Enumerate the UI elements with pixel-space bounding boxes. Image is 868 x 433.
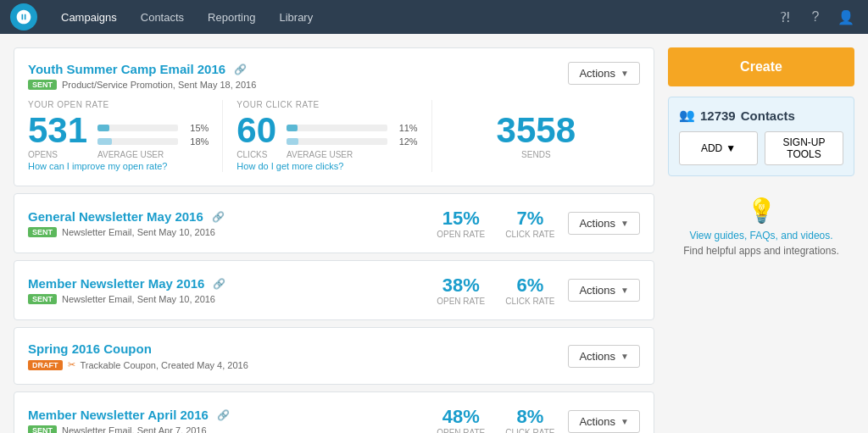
- link-icon: 🔗: [212, 211, 225, 223]
- signup-tools-button[interactable]: SIGN-UP TOOLS: [765, 131, 843, 165]
- your-open-rate-pct: 15%: [183, 123, 209, 133]
- card-info: Member Newsletter May 2016 🔗 SENT Newsle…: [28, 276, 437, 304]
- help-link[interactable]: View guides, FAQs, and videos.: [678, 230, 844, 241]
- opens-count: 531: [28, 113, 87, 148]
- nav-links: Campaigns Contacts Reporting Library: [51, 6, 773, 29]
- your-open-rate-bar: 15%: [97, 123, 209, 133]
- chevron-down-icon: ▼: [726, 142, 736, 154]
- your-click-rate-bar: 11%: [287, 123, 418, 133]
- bar-fill: [97, 125, 109, 131]
- card-info: Spring 2016 Coupon DRAFT ✂ Trackable Cou…: [28, 341, 568, 370]
- status-badge: SENT: [28, 80, 57, 90]
- bar-fill: [287, 125, 298, 131]
- chevron-down-icon: ▼: [620, 286, 629, 295]
- actions-button[interactable]: Actions ▼: [568, 410, 640, 433]
- status-badge: SENT: [28, 425, 57, 433]
- click-rate-stat: 7% CLICK RATE: [505, 208, 554, 239]
- avg-click-rate-bar: 12%: [287, 136, 418, 147]
- actions-label: Actions: [579, 284, 615, 297]
- clicks-count: 60: [236, 113, 276, 148]
- avg-user-open-label: AVERAGE USER: [97, 150, 209, 159]
- sends-label: SENDS: [521, 150, 550, 159]
- nav-library[interactable]: Library: [269, 6, 323, 29]
- campaign-card-member-newsletter-may: Member Newsletter May 2016 🔗 SENT Newsle…: [14, 260, 654, 320]
- help-box: 💡 View guides, FAQs, and videos. Find he…: [668, 186, 854, 267]
- campaign-card-spring-coupon: Spring 2016 Coupon DRAFT ✂ Trackable Cou…: [14, 327, 654, 385]
- create-button[interactable]: Create: [668, 47, 854, 86]
- campaign-card-member-newsletter-april: Member Newsletter April 2016 🔗 SENT News…: [14, 391, 654, 433]
- campaign-title[interactable]: Youth Summer Camp Email 2016: [28, 62, 225, 76]
- campaign-title[interactable]: Spring 2016 Coupon: [28, 341, 152, 356]
- your-click-rate-pct: 11%: [392, 123, 418, 133]
- coupon-icon: ✂: [68, 359, 75, 370]
- status-badge: SENT: [28, 227, 57, 237]
- open-rate-stat: 15% OPEN RATE: [437, 208, 485, 239]
- help-icon[interactable]: ?: [804, 5, 827, 29]
- add-contacts-button[interactable]: ADD ▼: [679, 131, 758, 165]
- card-row: Member Newsletter April 2016 🔗 SENT News…: [28, 406, 640, 433]
- actions-button[interactable]: Actions ▼: [568, 62, 640, 85]
- card-meta: SENT Newsletter Email, Sent May 10, 2016: [28, 294, 437, 304]
- click-rate-value: 8%: [505, 406, 554, 428]
- link-icon: 🔗: [213, 278, 225, 290]
- card-header: Youth Summer Camp Email 2016 🔗 SENT Prod…: [28, 62, 640, 90]
- nav-reporting[interactable]: Reporting: [198, 6, 265, 29]
- nav-campaigns[interactable]: Campaigns: [51, 6, 127, 29]
- click-rate-link[interactable]: How do I get more clicks?: [236, 161, 343, 171]
- clicks-section: YOUR CLICK RATE 60 CLICKS 11%: [223, 100, 431, 172]
- card-row: General Newsletter May 2016 🔗 SENT Newsl…: [28, 208, 640, 239]
- campaign-card-general-newsletter-may: General Newsletter May 2016 🔗 SENT Newsl…: [14, 193, 654, 253]
- bar-track: [287, 138, 387, 145]
- actions-label: Actions: [579, 350, 615, 363]
- click-rate-value: 7%: [505, 208, 554, 230]
- actions-button[interactable]: Actions ▼: [568, 345, 640, 368]
- contacts-actions: ADD ▼ SIGN-UP TOOLS: [679, 131, 843, 165]
- bar-track: [97, 138, 178, 145]
- actions-button[interactable]: Actions ▼: [568, 279, 640, 302]
- link-icon: 🔗: [217, 409, 230, 421]
- sends-section: 3558 SENDS: [432, 100, 640, 172]
- status-badge: DRAFT: [28, 360, 63, 370]
- navbar: Campaigns Contacts Reporting Library ⁈ ?…: [0, 0, 868, 34]
- card-meta: SENT Product/Service Promotion, Sent May…: [28, 80, 256, 90]
- campaign-title[interactable]: Member Newsletter April 2016: [28, 408, 209, 422]
- sidebar: Create 👥 12739 Contacts ADD ▼ SIGN-UP TO…: [668, 47, 854, 433]
- nav-contacts[interactable]: Contacts: [131, 6, 194, 29]
- link-icon: 🔗: [234, 64, 247, 75]
- opens-section: YOUR OPEN RATE 531 OPENS 15%: [28, 100, 223, 172]
- click-rate-label: CLICK RATE: [505, 297, 554, 306]
- card-stats: 38% OPEN RATE 6% CLICK RATE: [437, 275, 554, 306]
- actions-label: Actions: [579, 217, 615, 230]
- open-rate-label: OPEN RATE: [437, 428, 485, 433]
- help-text: Find helpful apps and integrations.: [678, 245, 844, 257]
- page-layout: Youth Summer Camp Email 2016 🔗 SENT Prod…: [0, 34, 868, 433]
- open-rate-value: 48%: [437, 406, 485, 428]
- sends-count: 3558: [497, 113, 576, 148]
- campaigns-list: Youth Summer Camp Email 2016 🔗 SENT Prod…: [14, 47, 654, 433]
- app-logo[interactable]: [10, 3, 37, 31]
- campaign-title[interactable]: General Newsletter May 2016: [28, 209, 203, 224]
- avg-click-rate-pct: 12%: [392, 136, 418, 147]
- open-rate-link[interactable]: How can I improve my open rate?: [28, 161, 167, 171]
- actions-button[interactable]: Actions ▼: [568, 212, 640, 235]
- avg-open-rate-pct: 18%: [183, 136, 209, 147]
- card-stats: 48% OPEN RATE 8% CLICK RATE: [437, 406, 554, 433]
- status-badge: SENT: [28, 294, 57, 304]
- actions-label: Actions: [579, 67, 615, 80]
- campaign-meta-text: Newsletter Email, Sent May 10, 2016: [62, 294, 215, 304]
- clicks-label: CLICKS: [236, 150, 276, 159]
- bar-track: [287, 125, 387, 131]
- user-icon[interactable]: 👤: [834, 5, 858, 29]
- card-info: Youth Summer Camp Email 2016 🔗 SENT Prod…: [28, 62, 256, 90]
- open-rate-label: OPEN RATE: [437, 230, 485, 239]
- campaign-title[interactable]: Member Newsletter May 2016: [28, 276, 204, 291]
- card-stats: 15% OPEN RATE 7% CLICK RATE: [437, 208, 554, 239]
- campaign-meta-text: Newsletter Email, Sent Apr 7, 2016: [62, 425, 207, 433]
- card-info: General Newsletter May 2016 🔗 SENT Newsl…: [28, 209, 437, 237]
- question-badge-icon[interactable]: ⁈: [773, 5, 797, 29]
- contacts-box: 👥 12739 Contacts ADD ▼ SIGN-UP TOOLS: [668, 97, 854, 176]
- campaign-meta-text: Product/Service Promotion, Sent May 18, …: [62, 80, 256, 90]
- opens-label: OPENS: [28, 150, 87, 159]
- add-label: ADD: [701, 142, 722, 154]
- chevron-down-icon: ▼: [620, 69, 629, 78]
